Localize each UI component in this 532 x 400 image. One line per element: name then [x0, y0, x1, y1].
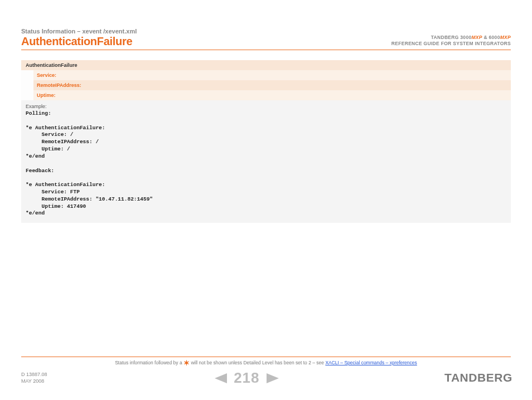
row-uptime: Uptime: [21, 90, 511, 100]
product-6000: & 6000 [482, 35, 500, 40]
label-service: Service: [33, 70, 511, 80]
product-3000: TANDBERG 3000 [431, 35, 472, 40]
document-info: D 13887.08 MAY 2008 [21, 372, 47, 384]
label-remoteip: RemoteIPAddress: [33, 80, 511, 90]
mxp-label: MXP [471, 35, 482, 40]
next-page-icon[interactable] [267, 373, 279, 383]
footnote: Status information followed by a ✶ will … [21, 357, 511, 367]
content-block: AuthenticationFailure Service: RemoteIPA… [21, 60, 511, 223]
page-footer: Status information followed by a ✶ will … [21, 357, 511, 387]
example-label: Example: [21, 100, 511, 110]
footnote-post: will not be shown unless Detailed Level … [190, 360, 325, 365]
row-remoteip: RemoteIPAddress: [21, 80, 511, 90]
row-service: Service: [21, 70, 511, 80]
mxp-label-2: MXP [500, 35, 511, 40]
doc-date: MAY 2008 [21, 378, 47, 385]
document-subtitle: TANDBERG 3000MXP & 6000MXP REFERENCE GUI… [391, 35, 511, 48]
brand-logo: TANDBERG [444, 372, 512, 384]
footnote-link[interactable]: XACLI – Special commands – xpreferences [325, 360, 417, 365]
footnote-pre: Status information followed by a [115, 360, 183, 365]
doc-number: D 13887.08 [21, 372, 47, 378]
star-icon: ✶ [183, 359, 190, 367]
page-title: AuthenticationFailure [21, 35, 137, 48]
page-header: Status Information – xevent /xevent.xml … [21, 28, 511, 50]
breadcrumb: Status Information – xevent /xevent.xml [21, 28, 137, 35]
prev-page-icon[interactable] [215, 373, 227, 383]
page-navigator: 218 [215, 369, 278, 387]
row-authfailure: AuthenticationFailure [21, 60, 511, 70]
code-example: Polling: *e AuthenticationFailure: Servi… [21, 110, 511, 223]
page-number: 218 [234, 369, 259, 387]
guide-label: REFERENCE GUIDE FOR SYSTEM INTEGRATORS [391, 41, 511, 47]
label-uptime: Uptime: [33, 90, 511, 100]
